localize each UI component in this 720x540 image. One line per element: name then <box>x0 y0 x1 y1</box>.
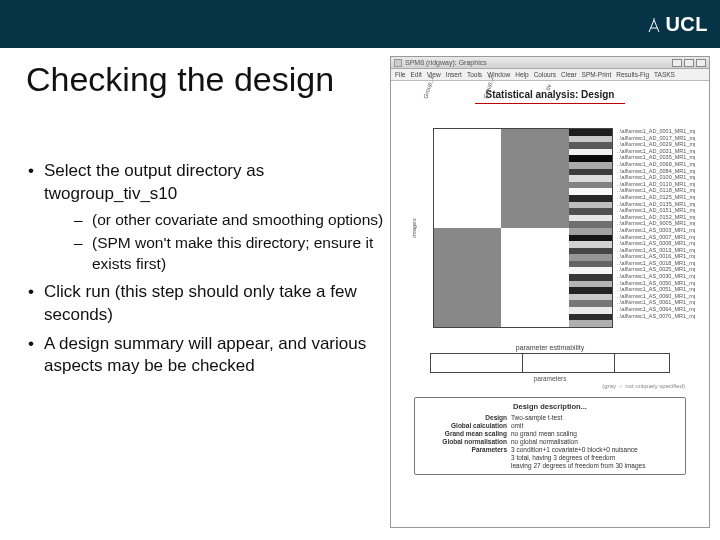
bullet-2: Click run (this step should only take a … <box>26 281 386 327</box>
bullet-1-sublist: (or other covariate and smoothing option… <box>44 210 386 275</box>
menu-tools[interactable]: Tools <box>467 71 482 78</box>
bullet-1-sub-1: (SPM won't make this directory; ensure i… <box>74 233 386 275</box>
app-icon <box>394 59 402 67</box>
slide-header: UCL <box>0 0 720 48</box>
image-file-labels: ..\all\smwc1_AD_0001_MR1_mpr_n4_anon..\a… <box>617 128 695 328</box>
menu-results-fig[interactable]: Results-Fig <box>616 71 649 78</box>
param-note: (gray → not uniquely specified) <box>397 383 685 389</box>
spm-graphics-window: SPM8 (ridgway): Graphics FileEditViewIns… <box>390 56 710 528</box>
axis-top-labels: Group_1Group_2tiv <box>433 110 613 126</box>
param-title: parameter estimability <box>430 344 670 351</box>
logo-text: UCL <box>665 13 708 36</box>
desc-row: leaving 27 degrees of freedom from 30 im… <box>421 462 679 469</box>
maximize-icon[interactable] <box>684 59 694 67</box>
matrix-col-group2 <box>501 129 568 327</box>
slide-title: Checking the design <box>26 60 334 99</box>
design-matrix[interactable] <box>433 128 613 328</box>
axis-left-label: images <box>405 128 423 328</box>
design-matrix-area: Group_1Group_2tiv images ..\all\smwc1_AD… <box>405 110 695 338</box>
matrix-col-group1 <box>434 129 501 327</box>
desc-title: Design description... <box>421 402 679 411</box>
desc-row: Global calculationomit <box>421 422 679 429</box>
window-controls <box>672 59 706 67</box>
bullet-3: A design summary will appear, and variou… <box>26 333 386 379</box>
desc-row: Grand mean scalingno grand mean scaling <box>421 430 679 437</box>
desc-row: 3 total, having 3 degrees of freedom <box>421 454 679 461</box>
ucl-logo: UCL <box>647 13 708 36</box>
close-icon[interactable] <box>696 59 706 67</box>
bullet-1-sub-0: (or other covariate and smoothing option… <box>74 210 386 231</box>
desc-rows: DesignTwo-sample t-testGlobal calculatio… <box>421 414 679 469</box>
menu-insert[interactable]: Insert <box>446 71 462 78</box>
desc-row: Parameters3 condition+1 covariate+0 bloc… <box>421 446 679 453</box>
menu-file[interactable]: File <box>395 71 405 78</box>
matrix-col-covariate <box>569 129 613 327</box>
window-body: Statistical analysis: Design Group_1Grou… <box>391 81 709 527</box>
axis-left-text: images <box>411 218 417 237</box>
menu-spm-print[interactable]: SPM-Print <box>582 71 612 78</box>
param-bottom-label: parameters <box>430 375 670 382</box>
menu-help[interactable]: Help <box>515 71 528 78</box>
desc-row: Global normalisationno global normalisat… <box>421 438 679 445</box>
ucl-crest-icon <box>647 16 661 32</box>
menu-edit[interactable]: Edit <box>410 71 421 78</box>
bullet-1: Select the output directory as twogroup_… <box>26 160 386 275</box>
design-description: Design description... DesignTwo-sample t… <box>414 397 686 475</box>
parameter-estimability: parameter estimability parameters <box>430 344 670 382</box>
desc-row: DesignTwo-sample t-test <box>421 414 679 421</box>
param-strip <box>430 353 670 373</box>
menu-tasks[interactable]: TASKS <box>654 71 675 78</box>
slide-body: Select the output directory as twogroup_… <box>26 160 386 384</box>
minimize-icon[interactable] <box>672 59 682 67</box>
bullet-1-text: Select the output directory as twogroup_… <box>44 161 264 203</box>
